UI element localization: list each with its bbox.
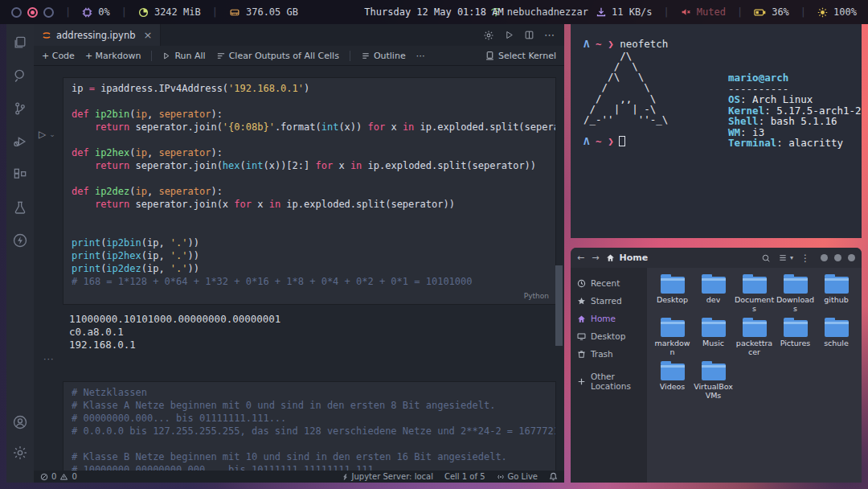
more-actions-icon[interactable]: ⋯ [544, 29, 555, 41]
tab-addressing-ipynb[interactable]: addressing.ipynb × [34, 24, 161, 46]
cell-position-indicator[interactable]: Cell 1 of 5 [444, 472, 485, 481]
sidebar-item-home[interactable]: Home [571, 310, 647, 327]
desktop-icon [577, 332, 586, 341]
select-kernel-button[interactable]: Select Kernel [498, 51, 556, 61]
warnings-icon [59, 473, 68, 481]
folder-schule[interactable]: schule [817, 318, 857, 360]
settings-gear-icon[interactable] [11, 444, 29, 462]
network-speed-module: 11 KB/s [596, 6, 653, 18]
notifications-bell-icon[interactable] [549, 472, 558, 481]
folder-desktop[interactable]: Desktop [653, 274, 693, 316]
folder-packettracer[interactable]: packettracer [735, 318, 775, 360]
testing-icon[interactable] [11, 199, 29, 216]
sidebar-item-desktop[interactable]: Desktop [571, 327, 647, 345]
folder-dev[interactable]: dev [694, 274, 734, 316]
code-line: def ip2dez(ip, seperator): [72, 185, 555, 198]
battery-value: 36% [772, 6, 789, 18]
desktop: | 0% | 3242 MiB | 376.05 GB Thursday 12 … [0, 0, 868, 489]
collapse-cell-icon[interactable]: ⌄ [49, 130, 55, 138]
files-grid: DesktopdevDocumentsDownloadsgithubmarkdo… [647, 268, 862, 483]
tab-close-icon[interactable]: × [144, 29, 153, 41]
search-files-icon[interactable] [761, 253, 771, 263]
cell-language-label[interactable]: Python [72, 288, 555, 302]
code-line [72, 211, 555, 224]
run-cell-icon: ▷ [39, 129, 46, 140]
extensions-icon[interactable] [11, 166, 29, 183]
sidebar-item-starred[interactable]: Starred [571, 292, 647, 310]
back-button[interactable]: ← [577, 253, 584, 263]
outline-icon [361, 51, 371, 60]
split-editor-icon[interactable] [524, 30, 534, 40]
folder-markdown[interactable]: markdown [653, 318, 693, 360]
forward-button[interactable]: → [592, 253, 599, 263]
search-icon[interactable] [11, 67, 29, 84]
neofetch-row: Shell: bash 5.1.16 [728, 116, 862, 127]
run-all-button[interactable]: Run All [162, 51, 205, 61]
view-toggle-button[interactable]: ▾ [778, 253, 793, 262]
plus-icon [577, 377, 586, 386]
terminal-window[interactable]: Λ ~ ❯ neofetch /\ / \ /\ \ / \ / ,, \ / … [571, 24, 862, 238]
code-line [72, 172, 555, 185]
cpu-module: 0% [82, 6, 109, 18]
folder-documents[interactable]: Documents [735, 274, 775, 316]
workspace-switcher[interactable] [11, 7, 54, 18]
editor-scrollbar[interactable] [555, 265, 563, 346]
maximize-button[interactable] [834, 254, 841, 261]
close-button[interactable] [848, 254, 855, 261]
outline-button[interactable]: Outline [361, 51, 406, 61]
folder-music[interactable]: Music [694, 318, 734, 360]
folder-virtualbox-vms[interactable]: VirtualBox VMs [694, 361, 734, 403]
accounts-icon[interactable] [11, 413, 29, 431]
folder-icon [743, 277, 767, 294]
code-cell-1[interactable]: ip = ipaddress.IPv4Address('192.168.0.1'… [63, 77, 556, 305]
run-editor-icon[interactable] [504, 30, 514, 40]
toolbar-more-icon[interactable]: ⋯ [416, 51, 425, 61]
file-manager-window: ← → Home ▾ ⋮ RecentStarredHomeDesktopTra… [571, 248, 862, 483]
folder-github[interactable]: github [817, 274, 857, 316]
activity-bar [6, 24, 34, 483]
minimize-button[interactable] [821, 254, 828, 261]
notebook-editor[interactable]: ▷⌄ ip = ipaddress.IPv4Address('192.168.0… [34, 66, 564, 471]
code-line: print(ip2hex(ip, '.')) [72, 249, 555, 262]
output-collapse-icon[interactable]: ··· [43, 354, 55, 364]
clock: Thursday 12 May 01:18 AM [364, 6, 503, 18]
menu-kebab-icon[interactable]: ⋮ [800, 253, 810, 264]
sidebar-item-recent[interactable]: Recent [571, 274, 647, 292]
folder-icon [825, 277, 849, 294]
sidebar-item-trash[interactable]: Trash [571, 345, 647, 363]
code-cell-2[interactable]: # Netzklassen# Klasse A Netze beginnen m… [63, 381, 556, 471]
run-debug-icon[interactable] [11, 133, 29, 150]
cell-run-controls[interactable]: ▷⌄ [39, 129, 55, 140]
code-line: # Klasse B Netze beginnen mit 10 und sin… [72, 450, 555, 463]
thunder-client-icon[interactable] [11, 232, 29, 249]
source-control-icon[interactable] [11, 100, 29, 117]
folder-pictures[interactable]: Pictures [776, 318, 816, 360]
code-line: return seperator.join('{0:08b}'.format(i… [72, 121, 555, 134]
code-line: def ip2bin(ip, seperator): [72, 108, 555, 121]
notebook-settings-icon[interactable] [483, 30, 494, 41]
folder-downloads[interactable]: Downloads [776, 274, 816, 316]
workspace-1-icon[interactable] [11, 7, 22, 18]
volume-module[interactable]: Muted [681, 6, 726, 18]
folder-icon [825, 320, 849, 337]
folder-icon [661, 320, 685, 337]
code-line [72, 438, 555, 450]
window-controls [821, 254, 855, 261]
add-markdown-cell-button[interactable]: + Markdown [85, 51, 141, 61]
run-all-icon [162, 51, 171, 60]
files-sidebar: RecentStarredHomeDesktopTrashOther Locat… [571, 268, 647, 483]
code-line: # Netzklassen [72, 386, 555, 399]
file-manager-headerbar: ← → Home ▾ ⋮ [571, 248, 862, 268]
folder-videos[interactable]: Videos [653, 361, 693, 403]
problems-indicator[interactable]: 0 0 [40, 472, 77, 481]
jupyter-server-status[interactable]: Jupyter Server: local [342, 472, 433, 481]
workspace-2-icon[interactable] [27, 7, 38, 18]
sidebar-item-other-locations[interactable]: Other Locations [571, 368, 647, 395]
explorer-icon[interactable] [11, 34, 29, 51]
workspace-3-icon[interactable] [43, 7, 54, 18]
view-caret-icon: ▾ [790, 254, 793, 261]
go-live-button[interactable]: Go Live [497, 472, 538, 481]
clear-outputs-button[interactable]: Clear Outputs of All Cells [216, 51, 339, 61]
location-breadcrumb[interactable]: Home [606, 253, 648, 263]
add-code-cell-button[interactable]: + Code [42, 51, 75, 61]
